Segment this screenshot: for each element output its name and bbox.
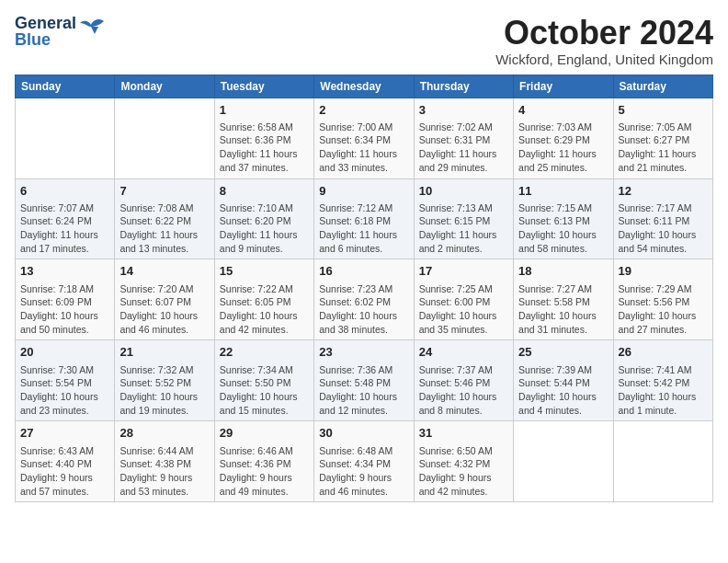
day-number: 5 — [619, 102, 708, 119]
col-header-thursday: Thursday — [414, 75, 513, 98]
day-info: Sunrise: 7:23 AMSunset: 6:02 PMDaylight:… — [319, 282, 408, 337]
calendar-cell: 30Sunrise: 6:48 AMSunset: 4:34 PMDayligh… — [314, 421, 414, 502]
day-number: 31 — [419, 425, 508, 442]
day-number: 14 — [119, 263, 209, 280]
calendar-cell — [613, 421, 712, 502]
day-info: Sunrise: 7:18 AMSunset: 6:09 PMDaylight:… — [20, 282, 109, 337]
day-number: 19 — [619, 263, 708, 280]
day-number: 26 — [619, 344, 708, 361]
week-row-1: 1Sunrise: 6:58 AMSunset: 6:36 PMDaylight… — [16, 98, 713, 178]
day-info: Sunrise: 7:08 AMSunset: 6:22 PMDaylight:… — [119, 201, 209, 256]
logo: General Blue — [15, 15, 108, 48]
day-info: Sunrise: 7:15 AMSunset: 6:13 PMDaylight:… — [518, 201, 608, 256]
col-header-friday: Friday — [514, 75, 613, 98]
calendar-cell: 15Sunrise: 7:22 AMSunset: 6:05 PMDayligh… — [214, 259, 313, 340]
week-row-5: 27Sunrise: 6:43 AMSunset: 4:40 PMDayligh… — [16, 421, 713, 502]
day-number: 15 — [220, 263, 309, 280]
day-number: 24 — [419, 344, 508, 361]
calendar-cell: 1Sunrise: 6:58 AMSunset: 6:36 PMDaylight… — [214, 98, 313, 178]
calendar-cell: 27Sunrise: 6:43 AMSunset: 4:40 PMDayligh… — [16, 421, 115, 502]
calendar-cell: 16Sunrise: 7:23 AMSunset: 6:02 PMDayligh… — [314, 259, 414, 340]
day-number: 13 — [20, 263, 109, 280]
day-info: Sunrise: 7:10 AMSunset: 6:20 PMDaylight:… — [220, 201, 309, 256]
day-number: 11 — [518, 183, 608, 200]
logo-line1: General — [15, 15, 76, 31]
calendar-cell: 11Sunrise: 7:15 AMSunset: 6:13 PMDayligh… — [514, 178, 613, 259]
day-number: 30 — [319, 425, 408, 442]
day-info: Sunrise: 7:13 AMSunset: 6:15 PMDaylight:… — [419, 201, 508, 256]
day-number: 29 — [220, 425, 309, 442]
day-info: Sunrise: 7:07 AMSunset: 6:24 PMDaylight:… — [20, 201, 109, 256]
calendar-cell — [115, 98, 214, 178]
calendar-cell — [16, 98, 115, 178]
calendar-cell: 23Sunrise: 7:36 AMSunset: 5:48 PMDayligh… — [314, 340, 414, 421]
week-row-2: 6Sunrise: 7:07 AMSunset: 6:24 PMDaylight… — [16, 178, 713, 259]
calendar-cell: 9Sunrise: 7:12 AMSunset: 6:18 PMDaylight… — [314, 178, 414, 259]
day-info: Sunrise: 7:25 AMSunset: 6:00 PMDaylight:… — [419, 282, 508, 337]
title-block: October 2024 Wickford, England, United K… — [495, 15, 713, 67]
calendar-cell: 26Sunrise: 7:41 AMSunset: 5:42 PMDayligh… — [613, 340, 712, 421]
day-number: 7 — [119, 183, 209, 200]
day-info: Sunrise: 7:22 AMSunset: 6:05 PMDaylight:… — [220, 282, 309, 337]
day-info: Sunrise: 7:29 AMSunset: 5:56 PMDaylight:… — [619, 282, 708, 337]
calendar-cell — [514, 421, 613, 502]
day-info: Sunrise: 7:17 AMSunset: 6:11 PMDaylight:… — [619, 201, 708, 256]
calendar-cell: 21Sunrise: 7:32 AMSunset: 5:52 PMDayligh… — [115, 340, 214, 421]
calendar-cell: 6Sunrise: 7:07 AMSunset: 6:24 PMDaylight… — [16, 178, 115, 259]
logo-bird-icon — [78, 17, 108, 40]
calendar-table: SundayMondayTuesdayWednesdayThursdayFrid… — [15, 75, 713, 503]
header-row: SundayMondayTuesdayWednesdayThursdayFrid… — [16, 75, 713, 98]
day-info: Sunrise: 6:43 AMSunset: 4:40 PMDaylight:… — [20, 444, 109, 499]
col-header-wednesday: Wednesday — [314, 75, 414, 98]
day-number: 9 — [319, 183, 408, 200]
calendar-cell: 28Sunrise: 6:44 AMSunset: 4:38 PMDayligh… — [115, 421, 214, 502]
day-number: 16 — [319, 263, 408, 280]
day-info: Sunrise: 7:37 AMSunset: 5:46 PMDaylight:… — [419, 363, 508, 418]
calendar-cell: 3Sunrise: 7:02 AMSunset: 6:31 PMDaylight… — [414, 98, 513, 178]
calendar-cell: 19Sunrise: 7:29 AMSunset: 5:56 PMDayligh… — [613, 259, 712, 340]
col-header-sunday: Sunday — [16, 75, 115, 98]
day-number: 22 — [220, 344, 309, 361]
day-info: Sunrise: 6:58 AMSunset: 6:36 PMDaylight:… — [220, 121, 309, 175]
calendar-cell: 12Sunrise: 7:17 AMSunset: 6:11 PMDayligh… — [613, 178, 712, 259]
calendar-cell: 31Sunrise: 6:50 AMSunset: 4:32 PMDayligh… — [414, 421, 513, 502]
day-number: 17 — [419, 263, 508, 280]
calendar-cell: 5Sunrise: 7:05 AMSunset: 6:27 PMDaylight… — [613, 98, 712, 178]
week-row-4: 20Sunrise: 7:30 AMSunset: 5:54 PMDayligh… — [16, 340, 713, 421]
week-row-3: 13Sunrise: 7:18 AMSunset: 6:09 PMDayligh… — [16, 259, 713, 340]
day-number: 12 — [619, 183, 708, 200]
logo-line2: Blue — [15, 31, 76, 48]
day-info: Sunrise: 6:44 AMSunset: 4:38 PMDaylight:… — [119, 444, 209, 499]
calendar-cell: 24Sunrise: 7:37 AMSunset: 5:46 PMDayligh… — [414, 340, 513, 421]
day-number: 8 — [220, 183, 309, 200]
day-info: Sunrise: 7:12 AMSunset: 6:18 PMDaylight:… — [319, 201, 408, 256]
day-number: 18 — [518, 263, 608, 280]
day-info: Sunrise: 7:00 AMSunset: 6:34 PMDaylight:… — [319, 121, 408, 175]
day-info: Sunrise: 7:27 AMSunset: 5:58 PMDaylight:… — [518, 282, 608, 337]
calendar-cell: 7Sunrise: 7:08 AMSunset: 6:22 PMDaylight… — [115, 178, 214, 259]
day-info: Sunrise: 7:32 AMSunset: 5:52 PMDaylight:… — [119, 363, 209, 418]
calendar-cell: 4Sunrise: 7:03 AMSunset: 6:29 PMDaylight… — [514, 98, 613, 178]
day-number: 10 — [419, 183, 508, 200]
day-number: 27 — [20, 425, 109, 442]
day-info: Sunrise: 7:30 AMSunset: 5:54 PMDaylight:… — [20, 363, 109, 418]
day-info: Sunrise: 7:03 AMSunset: 6:29 PMDaylight:… — [518, 121, 608, 175]
calendar-cell: 17Sunrise: 7:25 AMSunset: 6:00 PMDayligh… — [414, 259, 513, 340]
month-title: October 2024 — [495, 15, 713, 52]
calendar-cell: 18Sunrise: 7:27 AMSunset: 5:58 PMDayligh… — [514, 259, 613, 340]
day-number: 23 — [319, 344, 408, 361]
day-info: Sunrise: 6:50 AMSunset: 4:32 PMDaylight:… — [419, 444, 508, 499]
day-number: 1 — [220, 102, 309, 119]
day-number: 4 — [518, 102, 608, 119]
col-header-saturday: Saturday — [613, 75, 712, 98]
day-number: 2 — [319, 102, 408, 119]
day-info: Sunrise: 7:34 AMSunset: 5:50 PMDaylight:… — [220, 363, 309, 418]
day-info: Sunrise: 7:02 AMSunset: 6:31 PMDaylight:… — [419, 121, 508, 175]
calendar-cell: 10Sunrise: 7:13 AMSunset: 6:15 PMDayligh… — [414, 178, 513, 259]
calendar-cell: 14Sunrise: 7:20 AMSunset: 6:07 PMDayligh… — [115, 259, 214, 340]
col-header-tuesday: Tuesday — [214, 75, 313, 98]
day-info: Sunrise: 6:48 AMSunset: 4:34 PMDaylight:… — [319, 444, 408, 499]
day-info: Sunrise: 6:46 AMSunset: 4:36 PMDaylight:… — [220, 444, 309, 499]
day-info: Sunrise: 7:39 AMSunset: 5:44 PMDaylight:… — [518, 363, 608, 418]
day-info: Sunrise: 7:20 AMSunset: 6:07 PMDaylight:… — [119, 282, 209, 337]
